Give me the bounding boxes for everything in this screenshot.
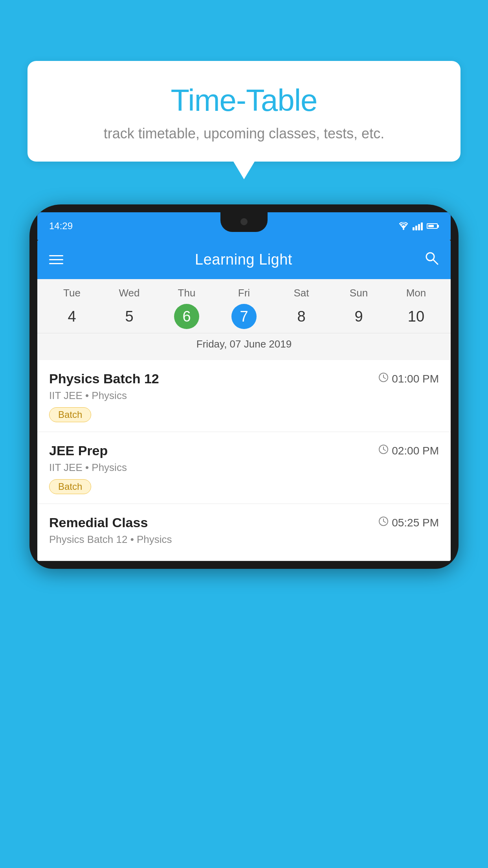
day-number[interactable]: 8 bbox=[289, 304, 314, 329]
calendar-strip: Tue4Wed5Thu6Fri7Sat8Sun9Mon10 Friday, 07… bbox=[37, 279, 451, 360]
status-time: 14:29 bbox=[49, 221, 73, 232]
status-icons bbox=[398, 222, 439, 230]
schedule-item-time-text: 05:25 PM bbox=[392, 517, 439, 529]
calendar-day-5[interactable]: Wed5 bbox=[101, 287, 158, 329]
day-label: Tue bbox=[63, 287, 81, 299]
clock-icon bbox=[378, 444, 389, 457]
calendar-day-7[interactable]: Fri7 bbox=[215, 287, 273, 329]
notch bbox=[220, 212, 268, 232]
day-label: Mon bbox=[406, 287, 426, 299]
notch-camera bbox=[240, 218, 248, 225]
day-label: Sun bbox=[350, 287, 368, 299]
phone-outer: 14:29 bbox=[29, 204, 459, 569]
phone-mockup: 14:29 bbox=[29, 204, 459, 868]
day-number[interactable]: 7 bbox=[231, 304, 257, 329]
svg-line-8 bbox=[383, 449, 385, 451]
calendar-day-9[interactable]: Sun9 bbox=[330, 287, 387, 329]
svg-point-0 bbox=[403, 228, 404, 230]
schedule-item-time-text: 01:00 PM bbox=[392, 373, 439, 385]
speech-bubble-container: Time-Table track timetable, upcoming cla… bbox=[28, 61, 460, 162]
app-bar: Learning Light bbox=[37, 240, 451, 279]
schedule-item-title: Physics Batch 12 bbox=[49, 371, 159, 386]
schedule-item-time-text: 02:00 PM bbox=[392, 445, 439, 457]
day-label: Thu bbox=[178, 287, 196, 299]
app-title: Learning Light bbox=[195, 251, 292, 268]
day-number[interactable]: 4 bbox=[59, 304, 84, 329]
schedule-item-subtitle: IIT JEE • Physics bbox=[49, 390, 439, 402]
schedule-item-title: JEE Prep bbox=[49, 443, 108, 458]
day-label: Fri bbox=[238, 287, 250, 299]
schedule-item-2[interactable]: Remedial Class05:25 PMPhysics Batch 12 •… bbox=[37, 504, 451, 561]
calendar-day-8[interactable]: Sat8 bbox=[273, 287, 330, 329]
day-number[interactable]: 5 bbox=[117, 304, 142, 329]
calendar-day-4[interactable]: Tue4 bbox=[43, 287, 101, 329]
wifi-icon bbox=[398, 222, 409, 230]
schedule-list: Physics Batch 1201:00 PMIIT JEE • Physic… bbox=[37, 360, 451, 561]
speech-bubble-title: Time-Table bbox=[47, 83, 441, 118]
hamburger-menu-button[interactable] bbox=[49, 255, 63, 264]
battery-icon bbox=[427, 223, 439, 229]
speech-bubble: Time-Table track timetable, upcoming cla… bbox=[28, 61, 460, 162]
day-number[interactable]: 6 bbox=[174, 304, 199, 329]
day-label: Wed bbox=[119, 287, 140, 299]
svg-line-11 bbox=[383, 521, 385, 522]
selected-date-label: Friday, 07 June 2019 bbox=[37, 333, 451, 356]
schedule-item-subtitle: Physics Batch 12 • Physics bbox=[49, 533, 439, 546]
clock-icon bbox=[378, 372, 389, 385]
schedule-item-subtitle: IIT JEE • Physics bbox=[49, 462, 439, 474]
search-button[interactable] bbox=[424, 250, 439, 269]
svg-line-5 bbox=[383, 377, 385, 379]
signal-icon bbox=[413, 222, 423, 230]
schedule-item-1[interactable]: JEE Prep02:00 PMIIT JEE • PhysicsBatch bbox=[37, 432, 451, 504]
calendar-day-6[interactable]: Thu6 bbox=[158, 287, 215, 329]
day-number[interactable]: 10 bbox=[404, 304, 429, 329]
days-row: Tue4Wed5Thu6Fri7Sat8Sun9Mon10 bbox=[37, 287, 451, 329]
batch-tag: Batch bbox=[49, 407, 91, 422]
calendar-day-10[interactable]: Mon10 bbox=[387, 287, 445, 329]
schedule-item-0[interactable]: Physics Batch 1201:00 PMIIT JEE • Physic… bbox=[37, 360, 451, 432]
batch-tag: Batch bbox=[49, 479, 91, 494]
day-number[interactable]: 9 bbox=[346, 304, 371, 329]
status-bar: 14:29 bbox=[37, 212, 451, 240]
svg-line-2 bbox=[433, 259, 438, 264]
day-label: Sat bbox=[294, 287, 309, 299]
speech-bubble-subtitle: track timetable, upcoming classes, tests… bbox=[47, 125, 441, 142]
clock-icon bbox=[378, 516, 389, 529]
phone-screen: Learning Light Tue4Wed5Thu6Fri7Sat8Sun9M… bbox=[37, 240, 451, 561]
schedule-item-title: Remedial Class bbox=[49, 515, 148, 530]
